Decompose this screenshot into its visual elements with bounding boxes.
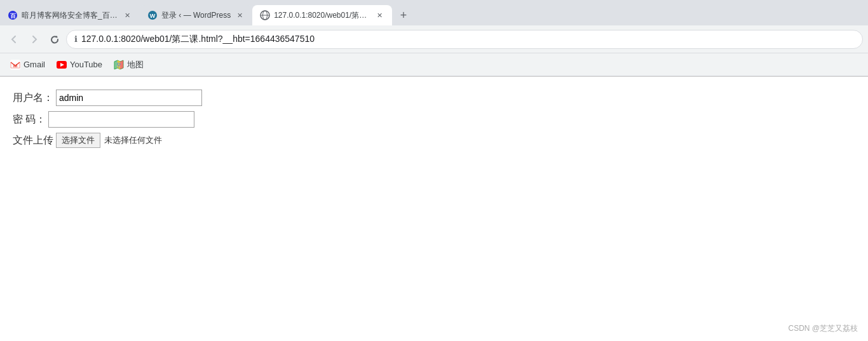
bookmark-youtube-label: YouTube xyxy=(70,60,102,69)
reload-button[interactable] xyxy=(46,30,64,48)
bookmark-youtube[interactable]: YouTube xyxy=(51,57,107,72)
file-upload-label: 文件上传 xyxy=(13,134,53,147)
bookmark-maps-label: 地图 xyxy=(127,59,144,70)
file-choose-button[interactable]: 选择文件 xyxy=(56,133,100,148)
tab-3-close[interactable]: ✕ xyxy=(374,10,384,20)
reload-icon xyxy=(50,34,60,44)
bookmark-maps[interactable]: 地图 xyxy=(109,57,149,73)
tab-2-label: 登录 ‹ — WordPress xyxy=(161,10,231,21)
globe-favicon-icon xyxy=(260,10,270,20)
youtube-icon xyxy=(57,60,67,70)
tab-1-label: 暗月博客网络安全博客_百度搜索 xyxy=(22,10,118,21)
bookmarks-bar: M Gmail YouTube 地图 xyxy=(0,53,868,76)
tab-2-close[interactable]: ✕ xyxy=(234,10,245,20)
password-label: 密 码： xyxy=(13,113,46,126)
svg-marker-15 xyxy=(120,60,123,69)
svg-text:W: W xyxy=(150,13,156,19)
svg-text:百: 百 xyxy=(10,13,17,19)
bookmark-gmail[interactable]: M Gmail xyxy=(5,57,50,72)
url-display: 127.0.0.1:8020/web01/第二课.html?__hbt=1664… xyxy=(81,34,855,45)
browser-chrome: 百 暗月博客网络安全博客_百度搜索 ✕ W 登录 ‹ — WordPress ✕… xyxy=(0,0,868,77)
page-content: 用户名： 密 码： 文件上传 选择文件 未选择任何文件 CSDN @芝芝又荔枝 xyxy=(0,77,868,341)
back-button[interactable] xyxy=(5,30,23,48)
address-bar[interactable]: ℹ 127.0.0.1:8020/web01/第二课.html?__hbt=16… xyxy=(66,30,863,49)
bookmark-gmail-label: Gmail xyxy=(24,60,45,69)
forward-button[interactable] xyxy=(25,30,43,48)
back-icon xyxy=(9,34,19,44)
tab-1[interactable]: 百 暗月博客网络安全博客_百度搜索 ✕ xyxy=(0,5,140,25)
wp-favicon-icon: W xyxy=(147,10,158,20)
tab-bar: 百 暗月博客网络安全博客_百度搜索 ✕ W 登录 ‹ — WordPress ✕… xyxy=(0,0,868,25)
address-bar-row: ℹ 127.0.0.1:8020/web01/第二课.html?__hbt=16… xyxy=(0,25,868,53)
tab-3-label: 127.0.0.1:8020/web01/第二课.h xyxy=(274,10,370,21)
new-tab-button[interactable]: + xyxy=(395,6,412,24)
gmail-icon: M xyxy=(10,60,20,70)
svg-text:M: M xyxy=(13,63,18,69)
password-row: 密 码： xyxy=(13,111,855,128)
tab-2[interactable]: W 登录 ‹ — WordPress ✕ xyxy=(140,5,252,25)
file-no-file-text: 未选择任何文件 xyxy=(104,135,162,146)
baidu-favicon-icon: 百 xyxy=(8,10,18,20)
forward-icon xyxy=(29,34,39,44)
username-input[interactable] xyxy=(56,90,202,106)
info-icon: ℹ xyxy=(74,34,78,44)
svg-marker-13 xyxy=(114,60,118,69)
tab-1-close[interactable]: ✕ xyxy=(122,10,132,20)
watermark: CSDN @芝芝又荔枝 xyxy=(788,323,858,334)
file-upload-row: 文件上传 选择文件 未选择任何文件 xyxy=(13,133,855,148)
password-input[interactable] xyxy=(48,111,194,128)
username-row: 用户名： xyxy=(13,90,855,106)
username-label: 用户名： xyxy=(13,91,53,105)
maps-icon xyxy=(114,60,124,70)
tab-3[interactable]: 127.0.0.1:8020/web01/第二课.h ✕ xyxy=(252,5,392,25)
